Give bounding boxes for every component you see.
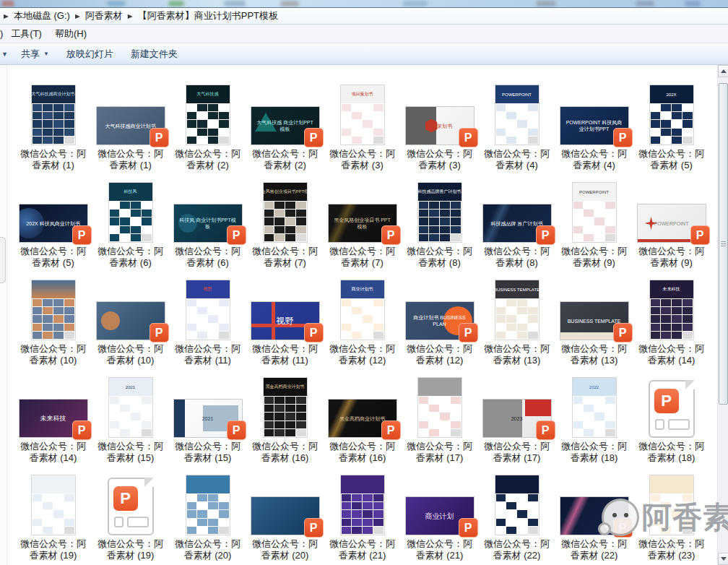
thumbnail-title: 科技风: [109, 183, 152, 201]
thumbnail-slide-cell: [142, 413, 152, 420]
menu-item-tools[interactable]: 工具(T): [4, 26, 48, 42]
file-item[interactable]: 项目策划书P微信公众号：阿香素材 (3): [401, 74, 478, 171]
thumbnail-slide-cell: [197, 120, 207, 127]
new-folder-button[interactable]: 新建文件夹: [122, 45, 186, 64]
scrollbar-thumb[interactable]: [719, 83, 728, 405]
thumbnail-slide-grid: [650, 103, 693, 145]
file-item[interactable]: 2023P微信公众号：阿香素材 (17): [478, 366, 555, 464]
thumbnail-slide-cell: [285, 429, 295, 436]
thumbnail-slide-cell: [219, 112, 229, 119]
file-item[interactable]: BUSINESS TEMPLATE微信公众号：阿香素材 (13): [478, 269, 555, 366]
file-item[interactable]: 202X 科技风商业计划书P微信公众号：阿香素材 (5): [14, 171, 92, 269]
breadcrumb-item-current[interactable]: 【阿香素材】商业计划书PPT模板: [135, 9, 281, 23]
file-item[interactable]: 微信公众号：阿香素材 (17): [401, 366, 478, 464]
file-item[interactable]: P微信公众号：阿香素材 (10): [92, 269, 169, 366]
file-item[interactable]: 商业计划书微信公众号：阿香素材 (12): [324, 269, 401, 366]
thumbnail-slide-cell: [285, 234, 295, 241]
file-item[interactable]: POWERPOINT 科技风商业计划书PPTP微信公众号：阿香素材 (4): [555, 74, 633, 171]
file-item[interactable]: 视野P微信公众号：阿香素材 (11): [246, 269, 324, 366]
file-item[interactable]: 微信公众号：阿香素材 (21): [324, 464, 401, 561]
thumbnail-slide-cell: [352, 324, 362, 331]
file-item[interactable]: 黑金高档商业计划书微信公众号：阿香素材 (16): [246, 366, 324, 464]
file-thumbnail-area: POWERPOINT: [572, 171, 617, 246]
thumbnail-slide-cell: [517, 299, 527, 306]
file-item[interactable]: 科技感品牌 推广计划书P微信公众号：阿香素材 (8): [478, 171, 555, 269]
thumbnail-slide-cell: [120, 405, 130, 412]
menu-item-help[interactable]: 帮助(H): [48, 26, 93, 42]
thumbnail-slide-cell: [594, 405, 604, 412]
file-item[interactable]: POWERPOINT微信公众号：阿香素材 (9): [555, 171, 633, 269]
file-item[interactable]: 科技风 商业计划书PPT模板P微信公众号：阿香素材 (6): [169, 171, 246, 269]
file-item[interactable]: 202X微信公众号：阿香素材 (5): [633, 74, 710, 171]
file-item[interactable]: 科技感品牌推广计划书微信公众号：阿香素材 (8): [401, 171, 478, 269]
thumbnail-slide-cell: [373, 307, 384, 314]
thumbnail-slide-cell: [187, 299, 197, 306]
thumbnail-slide-cell: [682, 332, 693, 339]
file-thumbnail: POWERPOINT: [495, 85, 540, 145]
file-thumbnail: 2023P: [482, 399, 552, 438]
file-item[interactable]: 未来科技微信公众号：阿香素材 (14): [633, 269, 710, 366]
file-item[interactable]: 微信公众号：阿香素材 (23): [633, 464, 710, 561]
thumbnail-slide-cell: [496, 332, 506, 339]
thumbnail-slide-cell: [373, 120, 384, 127]
file-item[interactable]: 大气科技感商业计划书微信公众号：阿香素材 (1): [14, 74, 92, 171]
thumbnail-slide-cell: [528, 527, 538, 534]
file-item[interactable]: 大气科技感商业计划书P微信公众号：阿香素材 (1): [92, 74, 169, 171]
breadcrumb-item-drive[interactable]: 本地磁盘 (G:): [11, 9, 73, 23]
thumbnail-slide-cell: [64, 120, 74, 127]
file-item[interactable]: P微信公众号：阿香素材 (18): [633, 366, 710, 464]
file-item[interactable]: BUSINESS TEMPLATEP微信公众号：阿香素材 (13): [555, 269, 633, 366]
file-item[interactable]: P微信公众号：阿香素材 (20): [246, 464, 324, 561]
thumbnail-title: [650, 475, 693, 493]
thumbnail-slide-cell: [682, 104, 693, 111]
file-item[interactable]: POWERPOINT微信公众号：阿香素材 (4): [478, 74, 555, 171]
file-item[interactable]: 2022微信公众号：阿香素材 (18): [555, 366, 633, 464]
file-item[interactable]: 微信公众号：阿香素材 (20): [169, 464, 246, 561]
file-item[interactable]: 黑金高档商业计划书P微信公众号：阿香素材 (16): [324, 366, 401, 464]
file-item[interactable]: 未来科技P微信公众号：阿香素材 (14): [14, 366, 92, 464]
file-item[interactable]: 大气科技感微信公众号：阿香素材 (2): [169, 74, 246, 171]
toolbar-overflow-chevron-icon[interactable]: ▼: [0, 48, 12, 61]
share-button[interactable]: 共享 ▼: [12, 45, 58, 64]
thumbnail-slide-cell: [32, 137, 43, 144]
thumbnail-slide-cell: [197, 137, 207, 144]
thumbnail-slide-cell: [120, 421, 130, 428]
slideshow-button[interactable]: 放映幻灯片: [58, 45, 122, 64]
thumbnail-slide-cell: [43, 332, 53, 339]
powerpoint-badge-icon: P: [227, 225, 246, 245]
file-item[interactable]: P微信公众号：阿香素材 (19): [92, 464, 169, 561]
thumbnail-slide-cell: [682, 527, 693, 534]
file-item[interactable]: 微信公众号：阿香素材 (10): [14, 269, 92, 366]
file-item[interactable]: 微信公众号：阿香素材 (22): [478, 464, 555, 561]
breadcrumb-item-folder[interactable]: 阿香素材: [82, 9, 126, 23]
left-pane-scrollbar[interactable]: [0, 237, 6, 283]
file-item[interactable]: 2021P微信公众号：阿香素材 (15): [169, 366, 246, 464]
scroll-down-button[interactable]: [718, 553, 728, 565]
thumbnail-slide-cell: [363, 120, 373, 127]
file-item[interactable]: 科技风微信公众号：阿香素材 (6): [92, 171, 169, 269]
file-item[interactable]: 商业计划P微信公众号：阿香素材 (21): [401, 464, 478, 561]
thumbnail-title: 科技感品牌推广计划书: [418, 183, 462, 201]
file-item[interactable]: 商业计划书 BUSINESS PLANP微信公众号：阿香素材 (12): [401, 269, 478, 366]
scroll-up-button[interactable]: [718, 65, 728, 77]
file-item[interactable]: 黑金风格创业项目书PPT模板微信公众号：阿香素材 (7): [246, 171, 324, 269]
powerpoint-badge-icon: P: [613, 518, 633, 538]
file-item[interactable]: 2021微信公众号：阿香素材 (15): [92, 366, 169, 464]
thumbnail-slide-cell: [32, 502, 43, 509]
file-item[interactable]: POWERPOINTP微信公众号：阿香素材 (9): [633, 171, 710, 269]
file-thumbnail: 黑金风格创业项目书 PPT模板P: [328, 204, 397, 243]
vertical-scrollbar[interactable]: [717, 65, 728, 565]
thumbnail-slide-cell: [64, 315, 74, 322]
thumbnail-slide-grid: [32, 493, 75, 535]
file-item[interactable]: P微信公众号：阿香素材 (22): [555, 464, 633, 561]
thumbnail-slide-cell: [528, 510, 538, 517]
thumbnail-slide-cell: [506, 299, 516, 306]
file-item[interactable]: 视野微信公众号：阿香素材 (11): [169, 269, 246, 366]
thumbnail-slide-cell: [131, 429, 141, 436]
file-item[interactable]: 项目策划书微信公众号：阿香素材 (3): [324, 74, 401, 171]
thumbnail-slide-grid: [573, 396, 616, 437]
file-item[interactable]: 大气科技感 商业计划PPT模板P微信公众号：阿香素材 (2): [246, 74, 324, 171]
file-item[interactable]: 黑金风格创业项目书 PPT模板P微信公众号：阿香素材 (7): [324, 171, 401, 269]
file-item[interactable]: 微信公众号：阿香素材 (19): [14, 464, 92, 561]
thumbnail-slide-cell: [496, 307, 506, 314]
